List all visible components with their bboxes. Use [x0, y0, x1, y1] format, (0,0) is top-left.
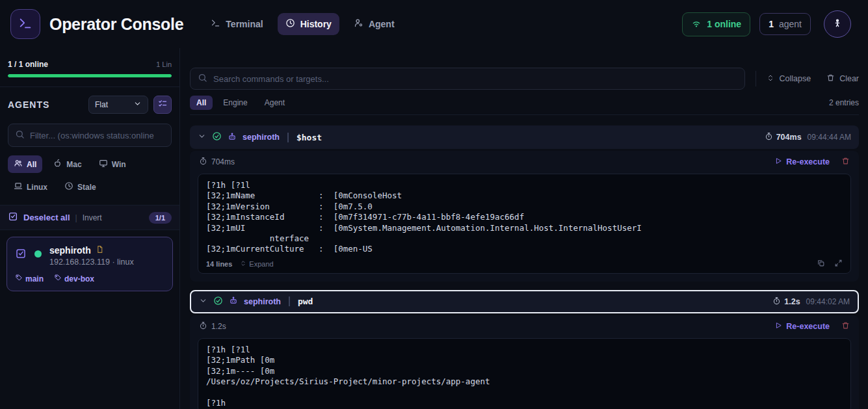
- nav-agent-label: Agent: [369, 19, 395, 29]
- agent-meta: 192.168.123.119 · linux: [49, 257, 134, 267]
- tab-agent[interactable]: Agent: [258, 96, 291, 110]
- tab-engine[interactable]: Engine: [217, 96, 254, 110]
- expand-collapse-icon: [240, 260, 246, 268]
- nav-terminal[interactable]: Terminal: [203, 13, 270, 35]
- online-summary-label: 1 / 1 online: [8, 60, 48, 69]
- history-entry: sephiroth $host 704ms 09:44:44 AM: [190, 125, 859, 282]
- entry-header[interactable]: sephiroth $host 704ms 09:44:44 AM: [190, 125, 859, 149]
- entry-detail-row: 1.2s Re-execute: [190, 315, 859, 337]
- entry-detail-duration: 1.2s: [211, 322, 226, 331]
- agent-tag-dev-box-label: dev-box: [64, 274, 94, 284]
- reexecute-button[interactable]: Re-execute: [775, 157, 830, 166]
- agent-tag-main[interactable]: main: [15, 274, 44, 284]
- agent-tags: main dev-box: [15, 274, 164, 284]
- entry-body: 704ms Re-execute [?1h [?1: [190, 151, 859, 282]
- app-title: Operator Console: [49, 15, 183, 34]
- maximize-icon[interactable]: [834, 259, 843, 269]
- agent-count-label: agent: [779, 19, 802, 29]
- terminal-output-card: [?1h [?1l [32;1mName : [0mConsoleHost [3…: [198, 174, 851, 274]
- chip-mac[interactable]: Mac: [47, 155, 87, 173]
- success-check-circle-icon: [212, 131, 222, 143]
- agent-count-value: 1: [769, 19, 774, 29]
- history-divider: [190, 114, 859, 115]
- sidebar: 1 / 1 online 1 Lin AGENTS Flat: [0, 48, 180, 409]
- invert-selection-button[interactable]: Invert: [83, 213, 102, 222]
- delete-entry-icon[interactable]: [841, 321, 850, 332]
- view-mode-select[interactable]: Flat: [88, 96, 148, 114]
- agent-count-badge[interactable]: 1 agent: [759, 13, 811, 35]
- terminal-output-card: [?1h [?1l [32;1mPath [0m [32;1m---- [0m …: [198, 338, 851, 409]
- agent-card-sephiroth[interactable]: sephiroth 192.168.123.119 · linux main: [7, 237, 173, 291]
- entry-header-highlighted[interactable]: sephiroth pwd 1.2s 09:44:02 AM: [190, 290, 859, 313]
- deselect-all-label: Deselect all: [23, 213, 70, 222]
- entry-duration: 1.2s: [784, 297, 800, 306]
- chevron-down-icon[interactable]: [199, 297, 207, 307]
- robot-person-icon: [832, 18, 843, 31]
- history-toolbar: Collapse Clear: [190, 68, 859, 90]
- trash-icon: [826, 73, 835, 84]
- chip-linux[interactable]: Linux: [8, 178, 53, 196]
- entries-count: 2 entries: [829, 98, 859, 107]
- laptop-icon: [14, 181, 23, 192]
- agent-filter-input[interactable]: [30, 131, 164, 140]
- reexecute-label: Re-execute: [786, 157, 830, 166]
- terminal-output: [?1h [?1l [32;1mName : [0mConsoleHost [3…: [206, 180, 843, 255]
- selection-count-badge: 1/1: [149, 212, 172, 224]
- collapse-all-button[interactable]: Collapse: [767, 74, 811, 84]
- agent-tag-dev-box[interactable]: dev-box: [54, 274, 94, 284]
- reexecute-button[interactable]: Re-execute: [775, 322, 830, 331]
- entry-detail-row: 704ms Re-execute: [190, 151, 859, 172]
- user-avatar[interactable]: [824, 10, 851, 38]
- chip-win[interactable]: Win: [93, 155, 132, 173]
- person-gear-icon: [354, 18, 363, 30]
- copy-name-icon[interactable]: [96, 245, 104, 256]
- selection-bar: Deselect all | Invert 1/1: [0, 205, 179, 230]
- expand-output-button[interactable]: Expand: [240, 260, 273, 268]
- checklist-icon: [158, 99, 168, 111]
- nav-agent[interactable]: Agent: [346, 13, 402, 35]
- tag-icon: [54, 274, 62, 284]
- chip-all[interactable]: All: [8, 155, 42, 173]
- tab-all[interactable]: All: [190, 96, 213, 110]
- entry-agent-name: sephiroth: [243, 133, 280, 142]
- collapse-icon: [767, 74, 774, 84]
- chevron-down-icon: [133, 99, 142, 110]
- collapse-label: Collapse: [779, 74, 811, 83]
- nav-history[interactable]: History: [278, 13, 339, 35]
- app-logo[interactable]: [10, 9, 40, 39]
- clock-icon: [285, 18, 295, 30]
- checkbox-checked-icon: [8, 211, 18, 224]
- chip-stale[interactable]: Stale: [59, 178, 102, 196]
- view-mode-value: Flat: [95, 100, 108, 109]
- stopwatch-icon: [199, 157, 207, 167]
- agent-card-info: sephiroth 192.168.123.119 · linux: [49, 245, 134, 267]
- main-nav: Terminal History Agent: [203, 13, 402, 35]
- online-status-badge[interactable]: 1 online: [682, 12, 750, 36]
- users-icon: [14, 159, 23, 170]
- agent-filter-chips: All Mac Win Linux: [8, 155, 172, 196]
- copy-output-icon[interactable]: [817, 259, 825, 269]
- chevron-down-icon[interactable]: [198, 132, 206, 142]
- entry-header-right: 704ms 09:44:44 AM: [765, 132, 851, 142]
- history-search-input[interactable]: [213, 74, 737, 84]
- terminal-output: [?1h [?1l [32;1mPath [0m [32;1m---- [0m …: [206, 345, 843, 408]
- terminal-actions: [817, 259, 843, 269]
- toolbar-divider: [756, 71, 756, 86]
- selection-bar-pipe: |: [75, 213, 77, 222]
- entry-separator: [289, 297, 290, 306]
- chip-stale-label: Stale: [77, 183, 96, 192]
- app-header: Operator Console Terminal History Agent …: [0, 0, 868, 48]
- agent-name: sephiroth: [49, 245, 91, 256]
- agent-list-options-button[interactable]: [153, 96, 172, 114]
- history-entries: sephiroth $host 704ms 09:44:44 AM: [190, 125, 859, 409]
- clear-history-button[interactable]: Clear: [826, 73, 859, 84]
- monitor-icon: [99, 159, 108, 170]
- agents-section-title: AGENTS: [8, 99, 83, 110]
- entry-command: $host: [296, 133, 322, 142]
- agent-checkbox-icon[interactable]: [15, 248, 27, 261]
- delete-entry-icon[interactable]: [841, 157, 850, 167]
- online-progress-fill: [8, 74, 172, 77]
- deselect-all-button[interactable]: Deselect all: [8, 211, 70, 224]
- clock-icon: [64, 181, 73, 192]
- history-entry: sephiroth pwd 1.2s 09:44:02 AM: [190, 290, 859, 409]
